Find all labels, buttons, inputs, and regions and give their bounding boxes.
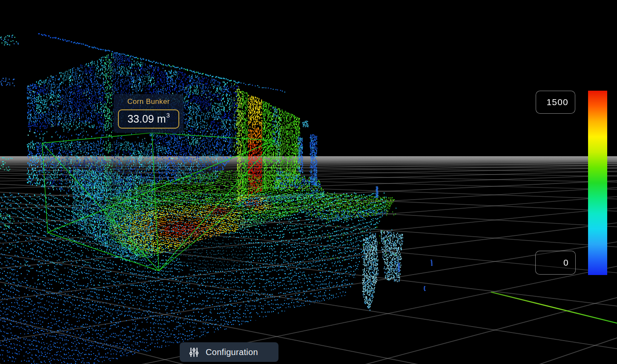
sliders-icon xyxy=(189,347,199,358)
pointcloud-app: Corn Bunker 33.09 m 3 1500 0 Configurati… xyxy=(0,0,617,364)
tooltip-title: Corn Bunker xyxy=(118,97,179,106)
volume-unit: m xyxy=(157,113,166,125)
volume-unit-exponent: 3 xyxy=(166,112,170,119)
scale-max-value: 1500 xyxy=(546,97,568,107)
configuration-label: Configuration xyxy=(206,347,258,357)
configuration-button[interactable]: Configuration xyxy=(180,342,278,362)
volume-value: 33.09 xyxy=(127,113,154,125)
volume-tooltip: Corn Bunker 33.09 m 3 xyxy=(114,94,184,133)
pointcloud-viewport[interactable] xyxy=(0,0,617,364)
scale-min-value: 0 xyxy=(563,258,569,268)
volume-value-box: 33.09 m 3 xyxy=(118,109,179,129)
height-colorbar xyxy=(588,91,607,275)
scale-min-field[interactable]: 0 xyxy=(535,251,576,275)
scale-max-field[interactable]: 1500 xyxy=(536,91,575,114)
